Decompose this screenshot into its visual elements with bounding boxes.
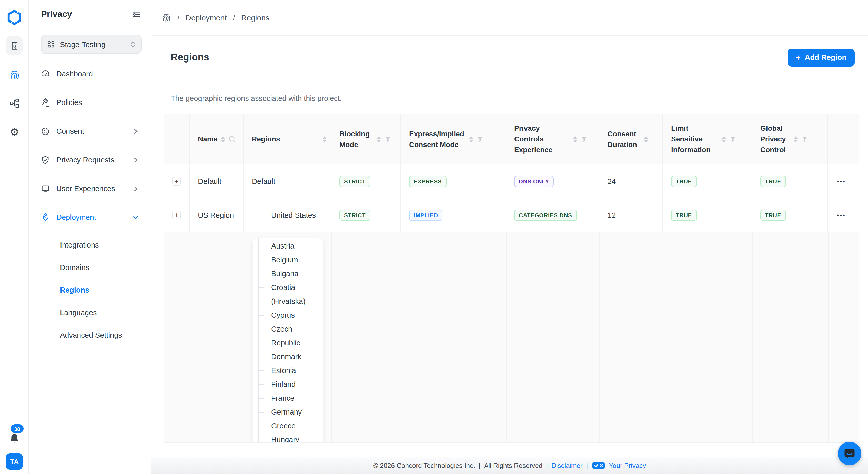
country-item[interactable]: Greece — [253, 419, 321, 433]
header-name[interactable]: Name — [190, 114, 244, 164]
header-global-privacy[interactable]: Global Privacy Control — [752, 114, 828, 164]
footer-separator: | — [478, 462, 480, 469]
row-actions-menu[interactable]: ••• — [837, 178, 846, 184]
sidebar-subitem-label: Regions — [60, 286, 89, 294]
countries-panel: Austria Belgium Bulgaria Croatia (Hrvats… — [253, 238, 323, 442]
header-limit-sensitive[interactable]: Limit Sensitive Information — [663, 114, 752, 164]
sorter-icon[interactable] — [377, 136, 381, 142]
sorter-icon[interactable] — [322, 136, 327, 142]
table-row: + US Region United States STRICT IMPLIED… — [164, 198, 859, 232]
header-consent-mode[interactable]: Express/Implied Consent Mode — [401, 114, 506, 164]
country-item[interactable]: Bulgaria — [253, 267, 321, 281]
shield-check-icon — [40, 155, 50, 165]
country-item[interactable]: Croatia (Hrvatska) — [253, 281, 321, 309]
footer-separator: | — [546, 462, 548, 469]
filter-icon[interactable] — [477, 136, 484, 143]
collapse-sidebar-icon[interactable] — [131, 9, 142, 20]
header-label: Global Privacy Control — [760, 123, 790, 155]
sidebar-item-deployment[interactable]: Deployment — [35, 207, 145, 227]
user-avatar[interactable]: TA — [6, 453, 23, 470]
notification-bell-icon[interactable] — [8, 433, 21, 445]
sidebar-item-label: Policies — [56, 98, 139, 106]
search-icon[interactable] — [229, 135, 236, 143]
project-selector-value: Stage-Testing — [60, 40, 125, 49]
privacy-controls-badge: CATEGORIES DNS — [514, 209, 577, 221]
country-item[interactable]: Czech Republic — [253, 322, 321, 350]
breadcrumb: / Deployment / Regions — [151, 0, 868, 36]
sidebar-item-dashboard[interactable]: Dashboard — [35, 64, 145, 84]
blocking-mode-badge: STRICT — [339, 209, 370, 221]
add-region-button[interactable]: + Add Region — [787, 49, 855, 66]
fingerprint-icon[interactable] — [161, 13, 171, 23]
settings-gear-icon[interactable]: ⚙ — [9, 126, 20, 137]
plus-icon: + — [796, 53, 801, 62]
cell-name: US Region — [190, 198, 244, 232]
country-item[interactable]: Belgium — [253, 253, 321, 267]
sidebar-item-integrations[interactable]: Integrations — [46, 236, 145, 254]
sidebar-item-label: User Experiences — [56, 185, 126, 193]
footer-rights: All Rights Reserved — [484, 462, 542, 469]
sidebar-item-privacy-requests[interactable]: Privacy Requests — [35, 150, 145, 170]
sorter-icon[interactable] — [644, 136, 648, 142]
sidebar-item-domains[interactable]: Domains — [46, 258, 145, 277]
header-label: Privacy Controls Experience — [514, 123, 569, 155]
add-region-label: Add Region — [805, 53, 846, 62]
cell-regions: United States — [244, 198, 331, 232]
chat-launcher-button[interactable] — [838, 442, 861, 465]
country-item[interactable]: Denmark — [253, 350, 321, 364]
sorter-icon[interactable] — [221, 136, 225, 142]
country-item[interactable]: Cyprus — [253, 309, 321, 322]
expand-row-button[interactable]: + — [172, 177, 181, 186]
country-item[interactable]: Estonia — [253, 364, 321, 378]
sidebar-title: Privacy — [41, 9, 72, 20]
chevron-right-icon — [132, 185, 139, 192]
sidebar-item-label: Dashboard — [56, 70, 139, 78]
country-item[interactable]: France — [253, 391, 321, 405]
country-item[interactable]: Finland — [253, 378, 321, 391]
breadcrumb-item-regions[interactable]: Regions — [241, 13, 270, 22]
sorter-icon[interactable] — [722, 136, 726, 142]
global-privacy-badge: TRUE — [760, 209, 786, 221]
sidebar-item-regions[interactable]: Regions — [46, 281, 145, 299]
sidebar-item-user-experiences[interactable]: User Experiences — [35, 178, 145, 199]
header-regions[interactable]: Regions — [244, 114, 331, 164]
sorter-icon[interactable] — [794, 136, 798, 142]
header-label: Consent Duration — [608, 128, 640, 150]
filter-icon[interactable] — [730, 136, 736, 143]
header-blocking-mode[interactable]: Blocking Mode — [331, 114, 401, 164]
regions-table: Name Regions Blocking Mode — [163, 114, 859, 443]
header-actions-column — [828, 114, 859, 164]
cell-consent-duration: 24 — [599, 164, 663, 198]
project-selector[interactable]: Stage-Testing — [41, 35, 142, 54]
sorter-icon[interactable] — [469, 136, 473, 142]
breadcrumb-item-deployment[interactable]: Deployment — [186, 13, 227, 22]
concord-logo-icon[interactable] — [7, 10, 22, 25]
sidebar-item-label: Consent — [56, 127, 126, 135]
sidebar-item-label: Deployment — [56, 213, 126, 221]
sorter-icon[interactable] — [573, 136, 577, 142]
breadcrumb-separator: / — [177, 13, 180, 22]
org-building-button[interactable] — [6, 36, 23, 55]
header-consent-duration[interactable]: Consent Duration — [599, 114, 663, 164]
country-item[interactable]: Austria — [253, 239, 321, 253]
privacy-fingerprint-icon[interactable] — [9, 69, 20, 81]
row-actions-menu[interactable]: ••• — [837, 212, 846, 218]
filter-icon[interactable] — [581, 136, 588, 143]
header-privacy-controls[interactable]: Privacy Controls Experience — [506, 114, 599, 164]
header-label: Blocking Mode — [339, 128, 373, 150]
sidebar-item-advanced-settings[interactable]: Advanced Settings — [46, 326, 145, 344]
sitemap-icon[interactable] — [9, 97, 20, 108]
expand-row-button[interactable]: + — [172, 211, 181, 219]
country-item[interactable]: Hungary — [253, 433, 321, 442]
sidebar-item-label: Privacy Requests — [56, 156, 126, 164]
sidebar-item-consent[interactable]: Consent — [35, 121, 145, 141]
disclaimer-link[interactable]: Disclaimer — [551, 462, 582, 469]
sidebar-item-languages[interactable]: Languages — [46, 303, 145, 322]
your-privacy-link[interactable]: Your Privacy — [609, 462, 646, 469]
country-list: Austria Belgium Bulgaria Croatia (Hrvats… — [253, 238, 323, 442]
notification-count-badge: 38 — [11, 424, 24, 433]
filter-icon[interactable] — [384, 136, 391, 143]
country-item[interactable]: Germany — [253, 405, 321, 419]
filter-icon[interactable] — [801, 136, 808, 143]
sidebar-item-policies[interactable]: Policies — [35, 92, 145, 113]
